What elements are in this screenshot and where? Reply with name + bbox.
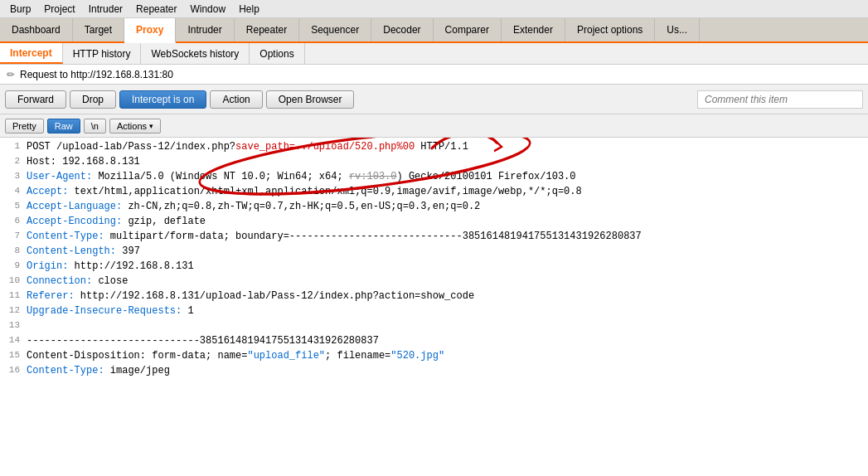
comment-input[interactable] <box>697 90 863 109</box>
tab-repeater[interactable]: Repeater <box>235 18 299 41</box>
line-3: 3 User-Agent: Mozilla/5.0 (Windows NT 10… <box>0 171 868 186</box>
tab-decoder[interactable]: Decoder <box>371 18 433 41</box>
menu-repeater[interactable]: Repeater <box>129 2 183 17</box>
tab-sequencer[interactable]: Sequencer <box>299 18 371 41</box>
menu-window[interactable]: Window <box>183 2 232 17</box>
line-4: 4 Accept: text/html,application/xhtml+xm… <box>0 186 868 201</box>
menu-help[interactable]: Help <box>232 2 266 17</box>
pencil-icon: ✏ <box>7 69 15 80</box>
menu-burp[interactable]: Burp <box>3 2 37 17</box>
line-5: 5 Accept-Language: zh-CN,zh;q=0.8,zh-TW;… <box>0 201 868 216</box>
tab-intercept[interactable]: Intercept <box>0 43 63 64</box>
tab-intruder[interactable]: Intruder <box>176 18 234 41</box>
tab-user-options[interactable]: Us... <box>655 18 700 41</box>
top-nav: Dashboard Target Proxy Intruder Repeater… <box>0 18 868 43</box>
line-9: 9 Origin: http://192.168.8.131 <box>0 260 868 275</box>
raw-button[interactable]: Raw <box>47 119 80 134</box>
tab-target[interactable]: Target <box>73 18 124 41</box>
line-8: 8 Content-Length: 397 <box>0 245 868 260</box>
line-12: 12 Upgrade-Insecure-Requests: 1 <box>0 305 868 320</box>
request-url-text: Request to http://192.168.8.131:80 <box>20 69 173 80</box>
actions-label: Actions <box>117 121 147 131</box>
tab-websockets-history[interactable]: WebSockets history <box>141 43 250 64</box>
content-area[interactable]: 1 POST /upload-lab/Pass-12/index.php?sav… <box>0 138 868 476</box>
line-7: 7 Content-Type: multipart/form-data; bou… <box>0 231 868 245</box>
actions-dropdown[interactable]: Actions ▾ <box>109 119 161 134</box>
editor-toolbar: Pretty Raw \n Actions ▾ <box>0 114 868 138</box>
menu-bar: Burp Project Intruder Repeater Window He… <box>0 0 868 18</box>
tab-comparer[interactable]: Comparer <box>434 18 502 41</box>
line-14: 14 -----------------------------38516148… <box>0 335 868 350</box>
line-11: 11 Referer: http://192.168.8.131/upload-… <box>0 290 868 305</box>
open-browser-button[interactable]: Open Browser <box>266 90 355 109</box>
tab-project-options[interactable]: Project options <box>565 18 655 41</box>
menu-project[interactable]: Project <box>37 2 81 17</box>
menu-intruder[interactable]: Intruder <box>82 2 129 17</box>
line-16: 16 Content-Type: image/jpeg <box>0 365 868 380</box>
tab-extender[interactable]: Extender <box>502 18 565 41</box>
forward-button[interactable]: Forward <box>5 90 66 109</box>
toolbar: Forward Drop Intercept is on Action Open… <box>0 85 868 114</box>
tab-options[interactable]: Options <box>250 43 304 64</box>
line-1: 1 POST /upload-lab/Pass-12/index.php?sav… <box>0 141 868 156</box>
line-15: 15 Content-Disposition: form-data; name=… <box>0 350 868 365</box>
line-6: 6 Accept-Encoding: gzip, deflate <box>0 216 868 231</box>
tab-proxy[interactable]: Proxy <box>124 18 176 43</box>
tab-http-history[interactable]: HTTP history <box>63 43 142 64</box>
tab-dashboard[interactable]: Dashboard <box>0 18 73 41</box>
intercept-button[interactable]: Intercept is on <box>119 90 206 109</box>
drop-button[interactable]: Drop <box>70 90 116 109</box>
newline-button[interactable]: \n <box>84 119 106 134</box>
second-nav: Intercept HTTP history WebSockets histor… <box>0 43 868 65</box>
action-button[interactable]: Action <box>210 90 262 109</box>
line-10: 10 Connection: close <box>0 275 868 290</box>
line-13: 13 <box>0 320 868 335</box>
dropdown-arrow-icon: ▾ <box>149 122 153 130</box>
line-2: 2 Host: 192.168.8.131 <box>0 156 868 171</box>
pretty-button[interactable]: Pretty <box>5 119 44 134</box>
request-url-bar: ✏ Request to http://192.168.8.131:80 <box>0 65 868 85</box>
